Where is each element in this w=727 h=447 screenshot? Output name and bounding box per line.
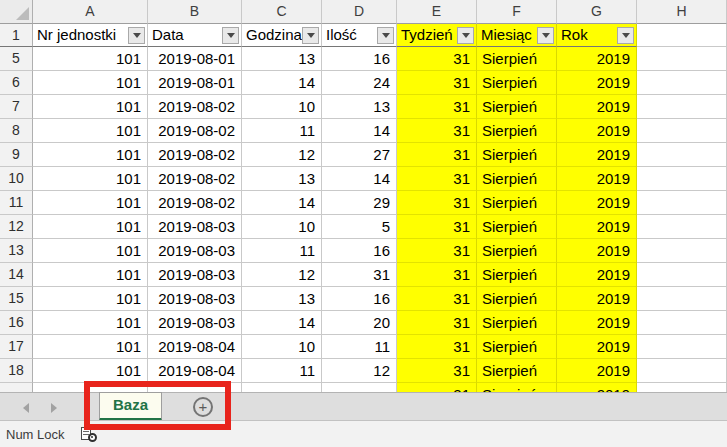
cell-H12[interactable] [637, 215, 727, 239]
cell-H11[interactable] [637, 191, 727, 215]
cell-A6[interactable]: 101 [33, 71, 148, 95]
add-sheet-button[interactable]: + [193, 397, 213, 417]
cell-A16[interactable]: 101 [33, 311, 148, 335]
cell-A14[interactable]: 101 [33, 263, 148, 287]
cell-F13[interactable]: Sierpień [477, 239, 557, 263]
cell-G6[interactable]: 2019 [557, 71, 637, 95]
cell-C18[interactable]: 11 [242, 359, 322, 383]
header-cell-D[interactable]: Ilość [322, 24, 397, 47]
cell-D18[interactable]: 12 [322, 359, 397, 383]
cell-B15[interactable]: 2019-08-03 [148, 287, 242, 311]
filter-button-E[interactable] [457, 27, 474, 44]
cell-D8[interactable]: 14 [322, 119, 397, 143]
cell-H9[interactable] [637, 143, 727, 167]
cell-E19[interactable]: 31 [397, 383, 477, 392]
header-cell-H[interactable] [637, 24, 727, 47]
cell-E17[interactable]: 31 [397, 335, 477, 359]
cell-D6[interactable]: 24 [322, 71, 397, 95]
header-cell-F[interactable]: Miesiąc [477, 24, 557, 47]
header-cell-G[interactable]: Rok [557, 24, 637, 47]
cell-B11[interactable]: 2019-08-02 [148, 191, 242, 215]
cell-C8[interactable]: 11 [242, 119, 322, 143]
cell-G16[interactable]: 2019 [557, 311, 637, 335]
cell-H15[interactable] [637, 287, 727, 311]
row-header-16[interactable]: 16 [0, 311, 33, 335]
column-header-C[interactable]: C [242, 0, 322, 24]
cell-C12[interactable]: 10 [242, 215, 322, 239]
cell-D13[interactable]: 16 [322, 239, 397, 263]
cell-F17[interactable]: Sierpień [477, 335, 557, 359]
prev-sheet-arrow-icon[interactable] [23, 403, 29, 413]
cell-G5[interactable]: 2019 [557, 47, 637, 71]
row-header-13[interactable]: 13 [0, 239, 33, 263]
cell-E14[interactable]: 31 [397, 263, 477, 287]
cell-E6[interactable]: 31 [397, 71, 477, 95]
cell-E9[interactable]: 31 [397, 143, 477, 167]
row-header-7[interactable]: 7 [0, 95, 33, 119]
cell-C13[interactable]: 11 [242, 239, 322, 263]
cell-B8[interactable]: 2019-08-02 [148, 119, 242, 143]
cell-H13[interactable] [637, 239, 727, 263]
row-header-15[interactable]: 15 [0, 287, 33, 311]
cell-H5[interactable] [637, 47, 727, 71]
row-header-1[interactable]: 1 [0, 24, 33, 47]
cell-B12[interactable]: 2019-08-03 [148, 215, 242, 239]
row-header-12[interactable]: 12 [0, 215, 33, 239]
row-header-8[interactable]: 8 [0, 119, 33, 143]
cell-C6[interactable]: 14 [242, 71, 322, 95]
cell-A12[interactable]: 101 [33, 215, 148, 239]
cell-G9[interactable]: 2019 [557, 143, 637, 167]
cell-F12[interactable]: Sierpień [477, 215, 557, 239]
cell-C19[interactable] [242, 383, 322, 392]
cell-A5[interactable]: 101 [33, 47, 148, 71]
cell-B10[interactable]: 2019-08-02 [148, 167, 242, 191]
cell-E16[interactable]: 31 [397, 311, 477, 335]
cell-G15[interactable]: 2019 [557, 287, 637, 311]
cell-A8[interactable]: 101 [33, 119, 148, 143]
filter-button-A[interactable] [128, 27, 145, 44]
column-header-D[interactable]: D [322, 0, 397, 24]
cell-E10[interactable]: 31 [397, 167, 477, 191]
cell-H7[interactable] [637, 95, 727, 119]
cell-F16[interactable]: Sierpień [477, 311, 557, 335]
cell-D12[interactable]: 5 [322, 215, 397, 239]
header-cell-B[interactable]: Data [148, 24, 242, 47]
column-header-B[interactable]: B [148, 0, 242, 24]
cell-E5[interactable]: 31 [397, 47, 477, 71]
cell-A15[interactable]: 101 [33, 287, 148, 311]
filter-button-B[interactable] [222, 27, 239, 44]
cell-A7[interactable]: 101 [33, 95, 148, 119]
cell-C14[interactable]: 12 [242, 263, 322, 287]
cell-B5[interactable]: 2019-08-01 [148, 47, 242, 71]
cell-G10[interactable]: 2019 [557, 167, 637, 191]
cell-A11[interactable]: 101 [33, 191, 148, 215]
cell-D5[interactable]: 16 [322, 47, 397, 71]
macro-record-icon[interactable] [81, 427, 97, 442]
cell-G17[interactable]: 2019 [557, 335, 637, 359]
cell-F11[interactable]: Sierpień [477, 191, 557, 215]
row-header-14[interactable]: 14 [0, 263, 33, 287]
cell-F15[interactable]: Sierpień [477, 287, 557, 311]
header-cell-C[interactable]: Godzina [242, 24, 322, 47]
cell-A18[interactable]: 101 [33, 359, 148, 383]
cell-C17[interactable]: 10 [242, 335, 322, 359]
cell-C9[interactable]: 12 [242, 143, 322, 167]
cell-D11[interactable]: 29 [322, 191, 397, 215]
cell-F14[interactable]: Sierpień [477, 263, 557, 287]
row-header-5[interactable]: 5 [0, 47, 33, 71]
row-header-6[interactable]: 6 [0, 71, 33, 95]
cell-G13[interactable]: 2019 [557, 239, 637, 263]
cell-E12[interactable]: 31 [397, 215, 477, 239]
filter-button-G[interactable] [617, 27, 634, 44]
cell-E8[interactable]: 31 [397, 119, 477, 143]
cell-F5[interactable]: Sierpień [477, 47, 557, 71]
cell-B16[interactable]: 2019-08-03 [148, 311, 242, 335]
cell-E7[interactable]: 31 [397, 95, 477, 119]
row-header-9[interactable]: 9 [0, 143, 33, 167]
cell-H18[interactable] [637, 359, 727, 383]
cell-F6[interactable]: Sierpień [477, 71, 557, 95]
column-header-A[interactable]: A [33, 0, 148, 24]
cell-F18[interactable]: Sierpień [477, 359, 557, 383]
cell-C10[interactable]: 13 [242, 167, 322, 191]
cell-B7[interactable]: 2019-08-02 [148, 95, 242, 119]
